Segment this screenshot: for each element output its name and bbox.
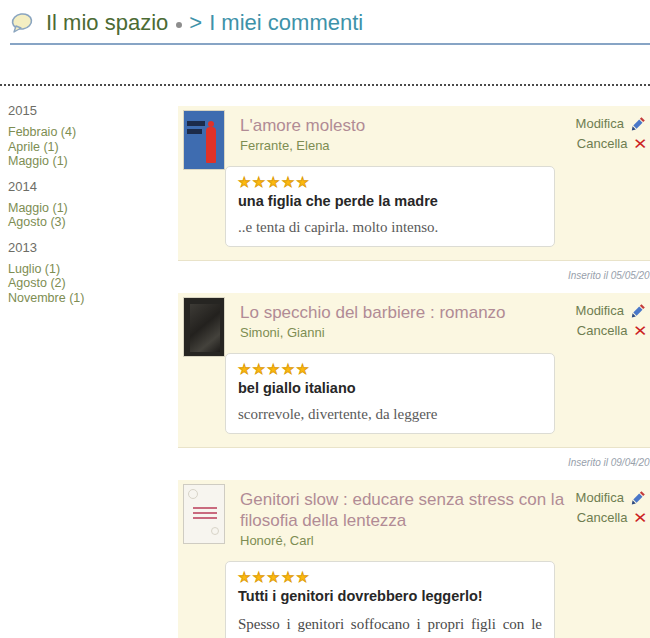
speech-bubble-icon [10, 12, 34, 34]
page-title: Il mio spazio [46, 10, 168, 36]
archive-month-link[interactable]: Aprile (1) [8, 140, 178, 155]
comment-body: Spesso i genitori soffocano i propri fig… [238, 615, 542, 638]
delete-label: Cancella [577, 510, 628, 525]
comment-title: una figlia che perde la madre [238, 193, 542, 209]
delete-link[interactable]: Cancella ✕ [577, 323, 647, 338]
comment-box: ★★★★★ una figlia che perde la madre ..e … [225, 166, 555, 247]
edit-label: Modifica [576, 116, 624, 131]
delete-label: Cancella [577, 136, 628, 151]
archive-year: 2015 [8, 103, 178, 118]
page-header: Il mio spazio > I miei commenti [10, 10, 650, 45]
comment-title: Tutti i genitori dovrebbero leggerlo! [238, 588, 542, 604]
book-title-link[interactable]: Lo specchio del barbiere : romanzo [240, 302, 575, 323]
card-actions: Modifica Cancella ✕ [576, 302, 647, 338]
breadcrumb-current: I miei commenti [209, 10, 363, 36]
star-rating: ★★★★★ [238, 362, 542, 377]
star-rating: ★★★★★ [238, 570, 542, 585]
archive-month-link[interactable]: Maggio (1) [8, 201, 178, 216]
edit-link[interactable]: Modifica [576, 489, 647, 505]
comments-list: L'amore molesto Ferrante, Elena ★★★★★ un… [178, 86, 650, 638]
card-actions: Modifica Cancella ✕ [576, 489, 647, 525]
delete-x-icon: ✕ [633, 324, 647, 338]
archive-month-link[interactable]: Agosto (2) [8, 276, 178, 291]
book-title-link[interactable]: Genitori slow : educare senza stress con… [240, 489, 575, 531]
comment-box: ★★★★★ Tutti i genitori dovrebbero legger… [225, 561, 555, 638]
book-cover-thumbnail[interactable] [183, 110, 225, 170]
delete-label: Cancella [577, 323, 628, 338]
archive-month-link[interactable]: Novembre (1) [8, 291, 178, 306]
pencil-icon [631, 302, 647, 318]
archive-year: 2013 [8, 240, 178, 255]
comment-title: bel giallo italiano [238, 380, 542, 396]
archive-year: 2014 [8, 179, 178, 194]
comment-box: ★★★★★ bel giallo italiano scorrevole, di… [225, 353, 555, 434]
comment-card: Genitori slow : educare senza stress con… [178, 480, 650, 638]
delete-x-icon: ✕ [633, 137, 647, 151]
delete-link[interactable]: Cancella ✕ [577, 136, 647, 151]
edit-link[interactable]: Modifica [576, 302, 647, 318]
delete-x-icon: ✕ [633, 511, 647, 525]
inserted-date: Inserito il 09/04/201. [178, 448, 650, 480]
pencil-icon [631, 489, 647, 505]
comment-body: ..e tenta di capirla. molto intenso. [238, 218, 542, 237]
book-title-link[interactable]: L'amore molesto [240, 115, 575, 136]
book-author: Honoré, Carl [240, 533, 649, 548]
pencil-icon [631, 115, 647, 131]
book-cover-thumbnail[interactable] [183, 297, 225, 357]
archive-month-link[interactable]: Febbraio (4) [8, 125, 178, 140]
archive-month-link[interactable]: Agosto (3) [8, 215, 178, 230]
archive-sidebar: 2015 Febbraio (4) Aprile (1) Maggio (1) … [0, 86, 178, 305]
comment-body: scorrevole, divertente, da leggere [238, 405, 542, 424]
comment-card: Lo specchio del barbiere : romanzo Simon… [178, 293, 650, 448]
edit-label: Modifica [576, 490, 624, 505]
archive-month-link[interactable]: Luglio (1) [8, 262, 178, 277]
bullet-icon [176, 22, 182, 28]
delete-link[interactable]: Cancella ✕ [577, 510, 647, 525]
breadcrumb-separator: > [189, 10, 202, 36]
comment-card: L'amore molesto Ferrante, Elena ★★★★★ un… [178, 106, 650, 261]
inserted-date: Inserito il 05/05/201. [178, 261, 650, 293]
edit-link[interactable]: Modifica [576, 115, 647, 131]
book-cover-thumbnail[interactable] [183, 484, 225, 544]
edit-label: Modifica [576, 303, 624, 318]
content-area: 2015 Febbraio (4) Aprile (1) Maggio (1) … [0, 86, 650, 638]
star-rating: ★★★★★ [238, 175, 542, 190]
archive-month-link[interactable]: Maggio (1) [8, 154, 178, 169]
card-actions: Modifica Cancella ✕ [576, 115, 647, 151]
